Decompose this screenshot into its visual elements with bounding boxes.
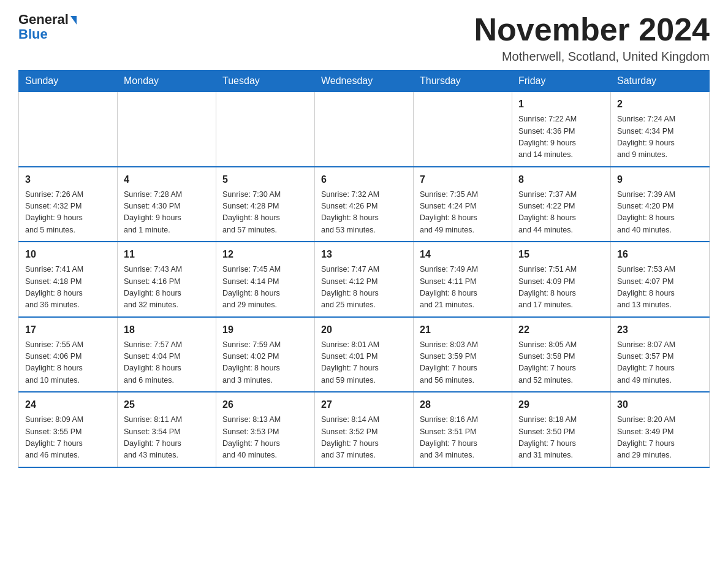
- day-number: 7: [420, 172, 506, 187]
- calendar-cell: 14Sunrise: 7:49 AMSunset: 4:11 PMDayligh…: [414, 242, 512, 317]
- day-info: Sunrise: 8:13 AMSunset: 3:53 PMDaylight:…: [222, 414, 308, 462]
- logo-text: GeneralBlue: [18, 12, 77, 42]
- day-info: Sunrise: 8:11 AMSunset: 3:54 PMDaylight:…: [124, 414, 210, 462]
- day-number: 16: [617, 247, 703, 262]
- day-number: 29: [518, 397, 604, 412]
- day-number: 17: [25, 323, 111, 337]
- day-number: 30: [617, 397, 703, 412]
- calendar-cell: 2Sunrise: 7:24 AMSunset: 4:34 PMDaylight…: [611, 92, 710, 167]
- day-number: 15: [518, 247, 604, 262]
- day-info: Sunrise: 7:55 AMSunset: 4:06 PMDaylight:…: [25, 339, 111, 387]
- title-block: November 2024 Motherwell, Scotland, Unit…: [474, 12, 710, 64]
- day-info: Sunrise: 7:47 AMSunset: 4:12 PMDaylight:…: [321, 264, 407, 312]
- day-number: 21: [420, 323, 506, 337]
- day-number: 13: [321, 247, 407, 262]
- header-row: SundayMondayTuesdayWednesdayThursdayFrid…: [19, 71, 710, 92]
- calendar-week-1: 1Sunrise: 7:22 AMSunset: 4:36 PMDaylight…: [19, 92, 710, 167]
- day-info: Sunrise: 8:16 AMSunset: 3:51 PMDaylight:…: [420, 414, 506, 462]
- day-number: 8: [518, 172, 604, 187]
- calendar-cell: [315, 92, 414, 167]
- calendar-cell: 26Sunrise: 8:13 AMSunset: 3:53 PMDayligh…: [216, 392, 315, 467]
- calendar-cell: 4Sunrise: 7:28 AMSunset: 4:30 PMDaylight…: [118, 167, 216, 242]
- day-info: Sunrise: 7:59 AMSunset: 4:02 PMDaylight:…: [222, 339, 308, 387]
- calendar-cell: 11Sunrise: 7:43 AMSunset: 4:16 PMDayligh…: [118, 242, 216, 317]
- logo: GeneralBlue: [18, 12, 77, 42]
- day-number: 4: [124, 172, 210, 187]
- calendar-cell: 5Sunrise: 7:30 AMSunset: 4:28 PMDaylight…: [216, 167, 315, 242]
- day-info: Sunrise: 7:43 AMSunset: 4:16 PMDaylight:…: [124, 264, 210, 312]
- day-info: Sunrise: 8:05 AMSunset: 3:58 PMDaylight:…: [518, 339, 604, 387]
- day-number: 20: [321, 323, 407, 337]
- day-info: Sunrise: 8:03 AMSunset: 3:59 PMDaylight:…: [420, 339, 506, 387]
- calendar-cell: 17Sunrise: 7:55 AMSunset: 4:06 PMDayligh…: [19, 317, 118, 393]
- day-number: 11: [124, 247, 210, 262]
- calendar-cell: 29Sunrise: 8:18 AMSunset: 3:50 PMDayligh…: [512, 392, 611, 467]
- day-number: 9: [617, 172, 703, 187]
- calendar-cell: 23Sunrise: 8:07 AMSunset: 3:57 PMDayligh…: [611, 317, 710, 393]
- day-number: 25: [124, 397, 210, 412]
- day-number: 22: [518, 323, 604, 337]
- day-number: 23: [617, 323, 703, 337]
- calendar-cell: [216, 92, 315, 167]
- day-number: 10: [25, 247, 111, 262]
- header-day-sunday: Sunday: [19, 71, 118, 92]
- calendar-week-2: 3Sunrise: 7:26 AMSunset: 4:32 PMDaylight…: [19, 167, 710, 242]
- day-info: Sunrise: 7:57 AMSunset: 4:04 PMDaylight:…: [124, 339, 210, 387]
- calendar-cell: 22Sunrise: 8:05 AMSunset: 3:58 PMDayligh…: [512, 317, 611, 393]
- day-info: Sunrise: 7:51 AMSunset: 4:09 PMDaylight:…: [518, 264, 604, 312]
- day-info: Sunrise: 7:22 AMSunset: 4:36 PMDaylight:…: [518, 113, 604, 161]
- calendar-cell: 28Sunrise: 8:16 AMSunset: 3:51 PMDayligh…: [414, 392, 512, 467]
- logo-triangle-icon: [70, 16, 77, 25]
- day-info: Sunrise: 7:28 AMSunset: 4:30 PMDaylight:…: [124, 189, 210, 237]
- calendar-cell: 13Sunrise: 7:47 AMSunset: 4:12 PMDayligh…: [315, 242, 414, 317]
- header-day-tuesday: Tuesday: [216, 71, 315, 92]
- day-info: Sunrise: 8:14 AMSunset: 3:52 PMDaylight:…: [321, 414, 407, 462]
- day-info: Sunrise: 7:41 AMSunset: 4:18 PMDaylight:…: [25, 264, 111, 312]
- day-info: Sunrise: 8:01 AMSunset: 4:01 PMDaylight:…: [321, 339, 407, 387]
- day-info: Sunrise: 7:26 AMSunset: 4:32 PMDaylight:…: [25, 189, 111, 237]
- calendar-cell: 30Sunrise: 8:20 AMSunset: 3:49 PMDayligh…: [611, 392, 710, 467]
- calendar-cell: 27Sunrise: 8:14 AMSunset: 3:52 PMDayligh…: [315, 392, 414, 467]
- day-info: Sunrise: 7:24 AMSunset: 4:34 PMDaylight:…: [617, 113, 703, 161]
- calendar-cell: 16Sunrise: 7:53 AMSunset: 4:07 PMDayligh…: [611, 242, 710, 317]
- day-info: Sunrise: 7:53 AMSunset: 4:07 PMDaylight:…: [617, 264, 703, 312]
- day-number: 6: [321, 172, 407, 187]
- day-info: Sunrise: 8:20 AMSunset: 3:49 PMDaylight:…: [617, 414, 703, 462]
- month-title: November 2024: [474, 12, 710, 47]
- calendar-cell: [118, 92, 216, 167]
- header-day-monday: Monday: [118, 71, 216, 92]
- calendar-week-3: 10Sunrise: 7:41 AMSunset: 4:18 PMDayligh…: [19, 242, 710, 317]
- calendar-cell: 7Sunrise: 7:35 AMSunset: 4:24 PMDaylight…: [414, 167, 512, 242]
- day-info: Sunrise: 7:45 AMSunset: 4:14 PMDaylight:…: [222, 264, 308, 312]
- day-info: Sunrise: 8:07 AMSunset: 3:57 PMDaylight:…: [617, 339, 703, 387]
- header-day-saturday: Saturday: [611, 71, 710, 92]
- calendar-cell: 6Sunrise: 7:32 AMSunset: 4:26 PMDaylight…: [315, 167, 414, 242]
- header-day-wednesday: Wednesday: [315, 71, 414, 92]
- day-number: 1: [518, 97, 604, 112]
- calendar-body: 1Sunrise: 7:22 AMSunset: 4:36 PMDaylight…: [19, 92, 710, 467]
- location: Motherwell, Scotland, United Kingdom: [474, 50, 710, 64]
- day-number: 5: [222, 172, 308, 187]
- calendar-cell: 20Sunrise: 8:01 AMSunset: 4:01 PMDayligh…: [315, 317, 414, 393]
- calendar-cell: [414, 92, 512, 167]
- calendar-cell: [19, 92, 118, 167]
- calendar-cell: 24Sunrise: 8:09 AMSunset: 3:55 PMDayligh…: [19, 392, 118, 467]
- day-info: Sunrise: 7:37 AMSunset: 4:22 PMDaylight:…: [518, 189, 604, 237]
- calendar-table: SundayMondayTuesdayWednesdayThursdayFrid…: [18, 70, 710, 468]
- calendar-cell: 18Sunrise: 7:57 AMSunset: 4:04 PMDayligh…: [118, 317, 216, 393]
- page-header: GeneralBlue November 2024 Motherwell, Sc…: [18, 12, 710, 64]
- calendar-week-4: 17Sunrise: 7:55 AMSunset: 4:06 PMDayligh…: [19, 317, 710, 393]
- calendar-week-5: 24Sunrise: 8:09 AMSunset: 3:55 PMDayligh…: [19, 392, 710, 467]
- day-info: Sunrise: 7:39 AMSunset: 4:20 PMDaylight:…: [617, 189, 703, 237]
- header-day-friday: Friday: [512, 71, 611, 92]
- calendar-cell: 19Sunrise: 7:59 AMSunset: 4:02 PMDayligh…: [216, 317, 315, 393]
- day-info: Sunrise: 8:18 AMSunset: 3:50 PMDaylight:…: [518, 414, 604, 462]
- day-info: Sunrise: 7:49 AMSunset: 4:11 PMDaylight:…: [420, 264, 506, 312]
- calendar-cell: 10Sunrise: 7:41 AMSunset: 4:18 PMDayligh…: [19, 242, 118, 317]
- calendar-header: SundayMondayTuesdayWednesdayThursdayFrid…: [19, 71, 710, 92]
- day-number: 3: [25, 172, 111, 187]
- day-info: Sunrise: 7:30 AMSunset: 4:28 PMDaylight:…: [222, 189, 308, 237]
- calendar-cell: 9Sunrise: 7:39 AMSunset: 4:20 PMDaylight…: [611, 167, 710, 242]
- day-number: 2: [617, 97, 703, 112]
- calendar-cell: 25Sunrise: 8:11 AMSunset: 3:54 PMDayligh…: [118, 392, 216, 467]
